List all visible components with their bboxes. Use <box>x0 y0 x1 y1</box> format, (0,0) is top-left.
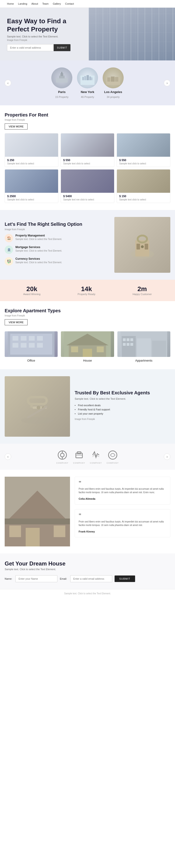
logo-label-3: COMPANY <box>107 462 119 464</box>
testimonials-list: " Proin sed libero enim sed faucibus tur… <box>75 477 170 547</box>
property-price-1: $ 550 <box>63 159 112 162</box>
svg-rect-18 <box>145 244 148 249</box>
apt-apartments: Appartments <box>117 331 170 362</box>
apt-freepik: Image from Freepik <box>5 314 170 317</box>
city-newyork: New York 46 Property <box>77 67 98 98</box>
hero-email-input[interactable] <box>7 44 54 51</box>
stat-number-2: 2m <box>132 285 152 293</box>
trusted-title: Trusted By Best Exclusive Agents <box>75 390 170 396</box>
apt-house: House <box>61 331 114 362</box>
hero-sample-text: Sample text. Click to select the Text El… <box>7 35 86 38</box>
stat-number-1: 14k <box>77 285 95 293</box>
nav-home[interactable]: Home <box>7 2 14 5</box>
svg-rect-11 <box>107 78 110 82</box>
newyork-icon <box>80 71 95 85</box>
cities-prev-button[interactable]: ‹ <box>5 80 11 86</box>
cities-section: ‹ Paris 15 Property <box>0 60 175 105</box>
keys-illustration <box>124 226 161 264</box>
footer-text: Sample text. Click to select the Text El… <box>5 592 170 595</box>
dream-email-input[interactable] <box>70 575 112 582</box>
selling-text: Let's Find The Right Selling Option Imag… <box>5 221 110 269</box>
service-title-1: Mortgage Services <box>16 246 62 249</box>
nav-about[interactable]: About <box>31 2 38 5</box>
nav-landing[interactable]: Landing <box>18 2 27 5</box>
service-item-1: 🏦 Mortgage Services Sample text. Click t… <box>5 246 110 254</box>
apt-apartments-label: Appartments <box>135 359 152 362</box>
logo-svg-2 <box>91 450 101 460</box>
testimonial-text-0: Proin sed libero enim sed faucibus turpi… <box>79 487 166 494</box>
svg-rect-65 <box>9 526 21 537</box>
stat-item-1: 14k Property Ready <box>77 285 95 296</box>
testimonials-section: " Proin sed libero enim sed faucibus tur… <box>0 470 175 553</box>
svg-rect-33 <box>83 349 92 357</box>
svg-rect-35 <box>97 346 104 352</box>
svg-rect-66 <box>54 526 65 537</box>
hero-form: SUBMIT <box>7 44 86 51</box>
nav-team[interactable]: Team <box>42 2 49 5</box>
dream-title: Get Your Dream House <box>5 560 170 567</box>
dream-form: Name: Email: SUBMIT <box>5 575 170 582</box>
service-item-2: 💱 Currency Services Sample text. Click t… <box>5 257 110 266</box>
stat-number-0: 20k <box>23 285 41 293</box>
hero-building <box>89 8 175 60</box>
logo-svg-0 <box>57 450 68 460</box>
apartment-types-section: Explore Apartment Types Image from Freep… <box>0 301 175 369</box>
trusted-list-item-0: Find excellent deals <box>75 404 170 407</box>
rent-view-more[interactable]: VIEW MORE <box>5 123 27 129</box>
svg-rect-6 <box>84 76 86 80</box>
svg-rect-12 <box>111 76 115 82</box>
svg-point-54 <box>60 453 64 457</box>
logos-prev-button[interactable]: ‹ <box>5 454 11 460</box>
selling-title: Let's Find The Right Selling Option <box>5 221 110 227</box>
svg-rect-67 <box>5 519 70 524</box>
hero-submit-button[interactable]: SUBMIT <box>54 44 71 51</box>
nav-gallery[interactable]: Gallery <box>53 2 61 5</box>
property-desc-2: Sample text click to select <box>119 162 168 165</box>
property-grid: $ 250 Sample text click to select $ 550 … <box>5 133 170 203</box>
property-card-0: $ 250 Sample text click to select <box>5 133 58 167</box>
property-info-2: $ 550 Sample text click to select <box>117 157 170 167</box>
svg-rect-64 <box>26 528 40 547</box>
testimonial-item-0: " Proin sed libero enim sed faucibus tur… <box>75 477 170 504</box>
dream-name-label: Name: <box>5 577 12 580</box>
svg-rect-27 <box>21 343 27 348</box>
cities-next-button[interactable]: › <box>164 80 170 86</box>
stat-label-1: Property Ready <box>77 293 95 296</box>
property-info-5: $ 150 Sample text click to select <box>117 193 170 203</box>
stat-item-2: 2m Happy Customer <box>132 285 152 296</box>
dream-submit-button[interactable]: SUBMIT <box>115 576 135 582</box>
apt-title: Explore Apartment Types <box>5 308 170 313</box>
logos-next-button[interactable]: › <box>164 454 170 460</box>
nav-contact[interactable]: Contact <box>65 2 74 5</box>
svg-rect-8 <box>90 76 91 80</box>
city-newyork-name: New York <box>81 90 94 94</box>
rent-freepik: Image from Freepik <box>5 119 170 121</box>
svg-rect-48 <box>30 403 33 408</box>
rent-title: Properties For Rent <box>5 112 170 118</box>
dream-email-row: Email: <box>60 575 112 582</box>
service-title-0: Property Management <box>16 234 62 237</box>
quote-mark-0: " <box>79 480 166 486</box>
service-info-2: Currency Services Sample text. Click to … <box>16 257 62 264</box>
testimonial-author-0: Celia Alimeda <box>79 497 95 500</box>
service-info-1: Mortgage Services Sample text. Click to … <box>16 246 62 252</box>
svg-rect-39 <box>152 341 166 357</box>
trusted-freepik: Image from Freepik <box>75 418 170 421</box>
property-info-0: $ 250 Sample text click to select <box>5 157 58 167</box>
svg-rect-45 <box>130 343 133 346</box>
svg-rect-29 <box>37 343 43 348</box>
property-image-1 <box>61 133 114 157</box>
apt-view-more[interactable]: VIEW MORE <box>5 319 27 325</box>
property-card-4: $ 5400 Sample text nre click to select <box>61 169 114 203</box>
dream-name-input[interactable] <box>16 575 57 582</box>
service-icon-0: 🏠 <box>5 234 13 242</box>
hero-section: Easy Way to Find a Perfect Property Samp… <box>0 8 175 60</box>
trusted-image <box>5 376 70 437</box>
logo-label-1: COMPANY <box>73 462 85 464</box>
paris-icon <box>55 71 69 85</box>
footer: Sample text. Click to select the Text El… <box>0 589 175 597</box>
logo-item-1: COMPANY <box>73 449 85 464</box>
svg-rect-44 <box>126 343 129 346</box>
testimonial-author-1: Frank Kinney <box>79 530 95 533</box>
svg-rect-25 <box>37 336 43 341</box>
